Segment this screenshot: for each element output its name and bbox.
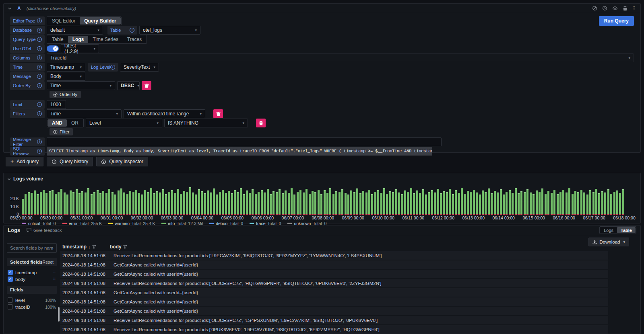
- log-table-row[interactable]: 2024-06-18 14:51:08GetCartAsync called w…: [60, 260, 608, 269]
- query-history-button[interactable]: Query history: [47, 157, 93, 166]
- volume-bar: [332, 194, 334, 215]
- filter2-value-select[interactable]: IS ANYTHING▾: [164, 119, 248, 127]
- checkbox-unchecked-icon[interactable]: [8, 304, 13, 309]
- collapse-panel-icon[interactable]: [7, 177, 11, 181]
- message-filter-input[interactable]: [47, 137, 442, 146]
- field-level[interactable]: level100%: [8, 297, 56, 303]
- filter-funnel-icon[interactable]: [92, 245, 96, 249]
- toggle-knob: ✓: [53, 46, 58, 51]
- trash-icon: [259, 121, 263, 125]
- remove-order-by-button[interactable]: [142, 81, 151, 90]
- run-query-button[interactable]: Run Query: [599, 16, 634, 26]
- filter-funnel-icon[interactable]: [123, 245, 127, 249]
- volume-bar: [559, 192, 561, 215]
- query-type-option-table[interactable]: Table: [47, 36, 68, 43]
- bool-option-or[interactable]: OR: [67, 119, 83, 127]
- volume-bar: [255, 194, 257, 215]
- drag-query-icon[interactable]: ⠿: [632, 7, 636, 9]
- view-option-table[interactable]: Table: [617, 227, 636, 233]
- volume-bar: [314, 192, 316, 215]
- volume-bar: [132, 192, 134, 215]
- sort-desc-icon[interactable]: ↓: [88, 244, 91, 249]
- timestamp-column-header[interactable]: timestamp: [62, 244, 87, 250]
- hide-response-icon[interactable]: [612, 6, 618, 11]
- log-table-row[interactable]: 2024-06-18 14:51:08Receive ListRecommend…: [60, 279, 608, 287]
- field-traceID[interactable]: traceID100%: [8, 303, 56, 310]
- query-type-option-traces[interactable]: Traces: [123, 36, 146, 43]
- add-order-by-button[interactable]: Order By: [50, 91, 81, 98]
- use-otel-toggle[interactable]: ✓: [47, 45, 59, 52]
- time-column-select[interactable]: Timestamp▾: [47, 63, 85, 72]
- log-table-row[interactable]: 2024-06-18 14:51:08Receive ListRecommend…: [60, 251, 608, 260]
- checkbox-checked-icon[interactable]: ✓: [8, 270, 13, 275]
- selected-fields-header: Selected fields: [10, 260, 43, 264]
- remove-filter2-button[interactable]: [256, 119, 266, 127]
- and-or-radio-group: ANDOR: [47, 119, 84, 127]
- reset-fields-button[interactable]: Reset: [43, 260, 54, 264]
- filter2-field-select[interactable]: Level▾: [86, 119, 162, 127]
- query-ref-id: A: [17, 6, 21, 11]
- checkbox-checked-icon[interactable]: ✓: [8, 277, 13, 282]
- volume-bar: [383, 188, 385, 215]
- volume-bar: [464, 194, 466, 215]
- sql-preview-text: SELECT Timestamp as timestamp, Body as b…: [47, 147, 432, 156]
- search-fields-input[interactable]: [7, 243, 57, 253]
- chevron-down-icon: ▾: [97, 28, 99, 32]
- drag-handle-icon[interactable]: ⠿: [53, 279, 56, 280]
- limit-input[interactable]: 1000: [47, 100, 66, 109]
- drag-handle-icon[interactable]: ⠿: [53, 272, 56, 273]
- volume-bar: [270, 194, 272, 215]
- order-by-direction-select[interactable]: DESC▾: [117, 81, 140, 90]
- delete-query-icon[interactable]: [623, 6, 627, 11]
- query-type-option-time-series[interactable]: Time Series: [88, 36, 123, 43]
- sidebar-scrollbar[interactable]: [58, 307, 60, 322]
- log-table-row[interactable]: 2024-06-18 14:51:08Receive ListRecommend…: [60, 325, 608, 334]
- log-level-select[interactable]: SeverityText▾: [120, 63, 159, 72]
- volume-bar: [135, 190, 137, 215]
- selected-field-timestamp[interactable]: ✓timestamp⠿: [8, 269, 56, 276]
- volume-bar: [264, 193, 266, 215]
- query-type-option-logs[interactable]: Logs: [68, 36, 89, 43]
- columns-multiselect[interactable]: TraceId▾: [47, 53, 634, 62]
- database-select[interactable]: default▾: [47, 26, 103, 35]
- selected-field-body[interactable]: ✓body⠿: [8, 276, 56, 283]
- logs-panel-title: Logs: [8, 227, 20, 233]
- volume-bar: [616, 191, 618, 215]
- editor-type-option-query-builder[interactable]: Query Builder: [80, 17, 120, 25]
- message-column-select[interactable]: Body▾: [47, 72, 85, 81]
- log-table-row[interactable]: 2024-06-18 14:51:08Receive ListRecommend…: [60, 316, 608, 324]
- volume-bar: [536, 191, 538, 215]
- give-feedback-link[interactable]: Give feedback: [27, 228, 62, 233]
- checkbox-unchecked-icon[interactable]: [8, 297, 13, 303]
- body-column-header[interactable]: body: [110, 244, 122, 250]
- volume-bar: [452, 194, 454, 215]
- remove-filter1-button[interactable]: [213, 109, 223, 118]
- volume-bar: [97, 190, 99, 215]
- disable-query-icon[interactable]: [592, 6, 597, 11]
- log-table-row[interactable]: 2024-06-18 14:51:08GetCartAsync called w…: [60, 297, 608, 306]
- view-option-logs[interactable]: Logs: [600, 227, 617, 233]
- volume-bar: [589, 190, 591, 215]
- volume-bar: [335, 191, 337, 215]
- add-filter-button[interactable]: Filter: [50, 128, 73, 135]
- editor-type-option-sql-editor[interactable]: SQL Editor: [47, 17, 80, 25]
- collapse-query-icon[interactable]: [8, 6, 12, 10]
- add-query-button[interactable]: +Add query: [6, 157, 43, 166]
- volume-bar: [285, 191, 287, 215]
- volume-bar: [114, 195, 116, 215]
- table-select[interactable]: otel_logs▾: [139, 26, 200, 35]
- bool-option-and[interactable]: AND: [47, 119, 67, 127]
- log-table-row[interactable]: 2024-06-18 14:51:08GetCartAsync called w…: [60, 270, 608, 278]
- log-table-row[interactable]: 2024-06-18 14:51:08GetCartAsync called w…: [60, 307, 608, 315]
- x-axis-tick: 06/12 00:00: [432, 215, 454, 220]
- volume-bar: [31, 193, 33, 215]
- query-history-icon[interactable]: [602, 6, 607, 11]
- otel-version-select[interactable]: latest (1.2.9)▾: [61, 44, 99, 53]
- log-timestamp-cell: 2024-06-18 14:51:08: [60, 272, 110, 277]
- filter1-field-select[interactable]: Time▾: [47, 109, 122, 118]
- log-table-row[interactable]: 2024-06-18 14:51:08GetCartAsync called w…: [60, 288, 608, 297]
- query-inspector-button[interactable]: Query inspector: [96, 157, 148, 166]
- filter1-value-select[interactable]: Within dashboard time range▾: [124, 109, 205, 118]
- order-by-field-select[interactable]: Time▾: [47, 81, 115, 90]
- log-timestamp-cell: 2024-06-18 14:51:08: [60, 262, 110, 267]
